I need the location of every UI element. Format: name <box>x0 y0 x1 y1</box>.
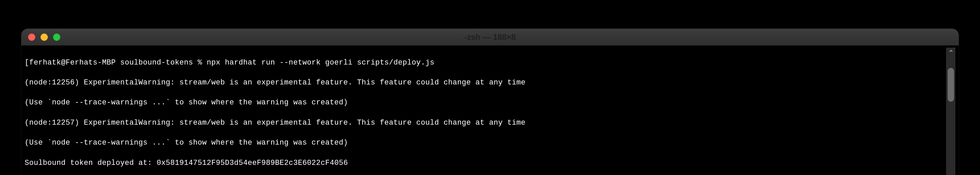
scroll-thumb[interactable] <box>948 68 954 102</box>
terminal-text[interactable]: [ferhatk@Ferhats-MBP soulbound-tokens % … <box>25 48 946 175</box>
scrollbar[interactable] <box>946 48 955 175</box>
window-title: -zsh — 188×8 <box>465 32 516 42</box>
terminal-body[interactable]: [ferhatk@Ferhats-MBP soulbound-tokens % … <box>21 46 959 175</box>
minimize-icon[interactable] <box>40 34 48 41</box>
terminal-line: (node:12256) ExperimentalWarning: stream… <box>25 78 946 88</box>
terminal-line: Soulbound token deployed at: 0x581914751… <box>25 158 946 168</box>
terminal-line: (Use `node --trace-warnings ...` to show… <box>25 98 946 108</box>
terminal-line: (node:12257) ExperimentalWarning: stream… <box>25 118 946 128</box>
maximize-icon[interactable] <box>53 34 60 41</box>
terminal-line: [ferhatk@Ferhats-MBP soulbound-tokens % … <box>25 58 946 68</box>
traffic-lights <box>28 34 60 41</box>
titlebar[interactable]: -zsh — 188×8 <box>21 29 959 46</box>
close-icon[interactable] <box>28 34 35 41</box>
terminal-window: -zsh — 188×8 [ferhatk@Ferhats-MBP soulbo… <box>21 29 959 175</box>
scroll-up-icon[interactable] <box>946 49 955 53</box>
terminal-line: (Use `node --trace-warnings ...` to show… <box>25 138 946 148</box>
